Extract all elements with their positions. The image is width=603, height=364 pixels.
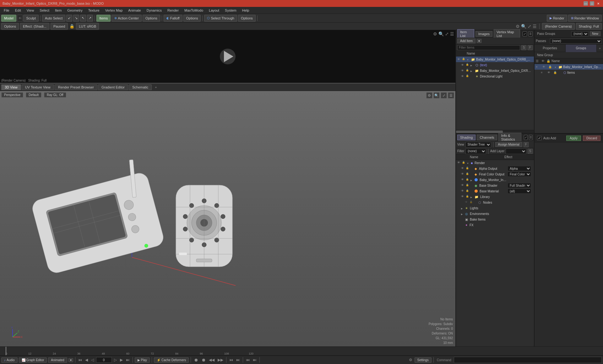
expand-arrow[interactable] [470, 63, 474, 67]
eye-icon[interactable] [461, 63, 465, 67]
lock-icon[interactable]: 🔒 [466, 195, 470, 199]
expand-arrow[interactable] [461, 212, 464, 216]
paused-label[interactable]: Paused [51, 23, 68, 30]
passes-select[interactable]: (none) [550, 39, 602, 44]
lock-icon[interactable]: 🔒 [466, 167, 470, 170]
item-row[interactable]: 🔒 ⬡ (text) [460, 62, 534, 68]
eye-icon[interactable]: 👁 [457, 161, 461, 165]
viewport-settings-btn[interactable]: ⚙ [426, 92, 432, 99]
menu-geometry[interactable]: Geometry [65, 8, 85, 13]
icon-btn-3[interactable]: ↖ [80, 15, 86, 22]
shading-row[interactable]: 👁 🔒 ⬡ Nodes [464, 200, 534, 205]
menu-edit[interactable]: Edit [13, 8, 24, 13]
filter-input[interactable] [457, 45, 520, 50]
default-button[interactable]: Default [26, 92, 41, 98]
menu-view[interactable]: View [24, 8, 37, 13]
settings-icon[interactable]: ⚙ [408, 358, 413, 362]
viewport-expand-btn[interactable]: ⤢ [441, 92, 447, 99]
transport-icon-2[interactable]: ⏺ [200, 357, 207, 362]
tab-gradient[interactable]: Gradient Editor [98, 84, 128, 90]
shading-content[interactable]: 👁 🔒 ■ Render 👁 🔒 ◆ Alpha Output Alpha [456, 160, 534, 346]
render-camera-btn[interactable]: (Render Camera) [542, 23, 575, 30]
menu-maxtomodo[interactable]: MaxToModo [182, 8, 206, 13]
menu-layout[interactable]: Layout [206, 8, 222, 13]
tab-3dview[interactable]: 3D View [1, 84, 21, 90]
preview-play-button[interactable] [220, 49, 236, 64]
eye-icon[interactable]: 👁 [461, 184, 465, 187]
eye-icon[interactable]: 👁 [547, 71, 552, 74]
assign-material-button[interactable]: Assign Material [495, 142, 522, 147]
options-label[interactable]: Options [1, 23, 19, 30]
shading-row[interactable]: ◎ Environments [460, 211, 534, 217]
shading-expand-icon[interactable]: ⤢ [524, 135, 528, 140]
expand-arrow[interactable] [554, 65, 557, 69]
shading-row[interactable]: 👁 🔒 Base Material (all) [460, 188, 534, 194]
item-list-expand-icon[interactable]: ⤢ [523, 31, 527, 36]
item-list-menu-icon[interactable]: ☰ [528, 31, 533, 36]
auto-add-checkbox[interactable]: ✓ [537, 136, 541, 140]
base-shader-effect-select[interactable]: Full Shading [508, 183, 531, 188]
render-button[interactable]: ▶ Render [547, 15, 567, 22]
eye-icon[interactable]: 👁 [461, 172, 465, 176]
options-1-button[interactable]: Options [143, 15, 160, 22]
transport-icon-7[interactable]: ⏮ [245, 358, 251, 362]
tab-images[interactable]: Images [475, 31, 492, 37]
lock-icon[interactable]: 🔒 [466, 178, 470, 182]
falloff-button[interactable]: ◐ Falloff [164, 15, 182, 22]
lock-icon[interactable]: 🔒 [466, 189, 470, 193]
expand-arrow[interactable] [470, 195, 474, 199]
skip-to-end-button[interactable]: ⏭ [125, 358, 131, 362]
play-button[interactable]: ▶ Play [135, 357, 150, 363]
menu-help[interactable]: Help [240, 8, 252, 13]
transport-icon-1[interactable]: ⏺ [193, 357, 199, 362]
render-window-button[interactable]: ⊞ Render Window [568, 15, 602, 22]
skip-to-start-button[interactable]: ⏮ [77, 358, 83, 362]
add-group-button[interactable]: + [597, 45, 603, 52]
tab-item-list[interactable]: Item List [457, 29, 474, 39]
minimize-button[interactable]: — [584, 1, 588, 6]
add-layer-select[interactable] [506, 148, 526, 154]
preview-settings-icon[interactable]: ⚙ [433, 31, 437, 36]
item-row[interactable]: 🔒 ☀ Directional Light [460, 73, 534, 79]
preview-search-icon[interactable]: 🔍 [438, 31, 444, 36]
collapse-arrow[interactable] [467, 58, 470, 61]
3d-viewport[interactable]: Perspective Default Ray GL: Off ⚙ 🔍 ⤢ ☰ … [0, 91, 455, 346]
filter-s-button[interactable]: S [521, 45, 526, 50]
viewport-options-icon[interactable]: ⚙ [516, 24, 520, 29]
shader-tree-select[interactable]: Shader Tree [465, 142, 491, 147]
alpha-effect-select[interactable]: Alpha [508, 166, 531, 171]
lock-icon[interactable]: 🔒 [470, 201, 473, 204]
shading-menu-icon[interactable]: ☰ [529, 135, 533, 140]
eye-icon[interactable] [461, 74, 465, 78]
lock-icon[interactable]: 🔒 [466, 74, 470, 78]
expand-arrow[interactable] [470, 178, 474, 182]
item-list-content[interactable]: 🔒 📁 Baby_Monitor_Infant_Optics_DXR8_... … [456, 56, 534, 130]
settings-button[interactable]: Settings [415, 357, 432, 363]
lock-icon[interactable]: 🔒 [466, 172, 470, 176]
preview-menu-icon[interactable]: ☰ [450, 31, 454, 36]
cache-deformers-button[interactable]: ⚡ Cache Deformers [154, 357, 189, 363]
tab-vertex-map[interactable]: Vertex Map List [494, 29, 520, 39]
add-item-button[interactable]: Add Item [457, 39, 475, 43]
eye-icon[interactable]: 👁 [461, 167, 465, 170]
effect-label[interactable]: Effect: (Shadi... [20, 23, 49, 30]
lock-icon[interactable]: 🔒 [462, 161, 466, 165]
lock-icon[interactable]: 🔒 [553, 71, 558, 74]
shading-full-btn[interactable]: Shading: Full [576, 23, 602, 30]
viewport-menu-btn[interactable]: ☰ [448, 92, 454, 99]
pass-groups-select[interactable]: (none) [571, 31, 589, 36]
shading-f-button[interactable]: F [524, 142, 529, 147]
audio-button[interactable]: ♪ Audio [1, 357, 18, 363]
transport-icon-4[interactable]: ▶▶ [217, 358, 224, 362]
add-tab-button[interactable]: + [152, 85, 159, 90]
expand-arrow[interactable] [470, 69, 474, 72]
icon-btn-4[interactable]: ↗ [87, 15, 93, 22]
menu-file[interactable]: File [1, 8, 12, 13]
new-pass-group-button[interactable]: New [590, 31, 600, 36]
shading-row[interactable]: 👁 🔒 Baby_Monitor_Infant_Optic ... [460, 177, 534, 183]
shading-row[interactable]: ✦ FX [460, 222, 534, 228]
preview-expand-icon[interactable]: ⤢ [445, 31, 449, 36]
eye-icon[interactable]: 👁 [461, 195, 465, 199]
options-2-button[interactable]: Options [183, 15, 201, 22]
menu-select[interactable]: Select [37, 8, 52, 13]
